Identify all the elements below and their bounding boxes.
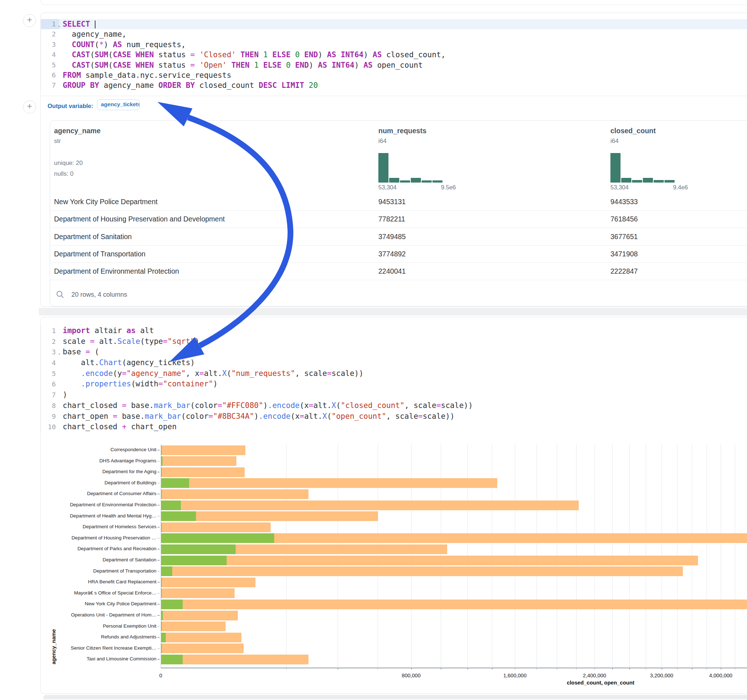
code-line[interactable]: 10chart_closed + chart_open bbox=[41, 422, 747, 433]
histogram-bar bbox=[632, 180, 642, 183]
code-line[interactable]: 1import altair as alt bbox=[41, 326, 747, 336]
y-axis-tick bbox=[157, 571, 160, 572]
search-icon[interactable] bbox=[56, 290, 65, 299]
y-axis-tick bbox=[157, 494, 160, 494]
open-bar bbox=[161, 456, 163, 466]
code-line[interactable]: 7GROUP BY agency_name ORDER BY closed_co… bbox=[41, 80, 747, 91]
result-table-card: agency_name str unique: 20 nulls: 0 num_… bbox=[50, 120, 747, 306]
code-line[interactable]: 5 .encode(y="agency_name", x=alt.X("num_… bbox=[41, 368, 747, 379]
num-requests-histogram bbox=[378, 153, 443, 183]
closed-count-histogram bbox=[611, 153, 675, 183]
code-line[interactable]: 3⌄base = ( bbox=[41, 347, 747, 358]
y-axis-tick bbox=[157, 472, 160, 472]
line-number: 6 bbox=[41, 379, 59, 389]
histogram-bar bbox=[654, 180, 664, 183]
code-line[interactable]: 1⌄SELECT bbox=[41, 19, 747, 29]
open-bar bbox=[161, 611, 163, 620]
y-axis-tick bbox=[157, 648, 160, 649]
cell-gap bbox=[39, 308, 747, 315]
y-axis-label: Mayorâ€ s Office of Special Enforce… bbox=[48, 590, 156, 596]
code-line[interactable]: 9chart_open = base.mark_bar(color="#8BC3… bbox=[41, 411, 747, 422]
closed-bar bbox=[161, 633, 242, 643]
closed-bar bbox=[161, 611, 238, 620]
fold-chevron-icon[interactable]: ⌄ bbox=[58, 348, 60, 359]
code-line[interactable]: 2scale = alt.Scale(type="sqrt") bbox=[41, 336, 747, 347]
sql-editor[interactable]: 1⌄SELECT 2 agency_name,3 COUNT(*) AS num… bbox=[41, 19, 747, 91]
code-line[interactable]: 6FROM sample_data.nyc.service_requests bbox=[41, 70, 747, 80]
line-number: 9 bbox=[41, 411, 59, 422]
table-row[interactable]: Department of Housing Preservation and D… bbox=[50, 210, 747, 228]
y-axis-label: Refunds and Adjustments bbox=[48, 634, 156, 640]
closed-bar bbox=[161, 655, 308, 664]
fold-chevron-icon[interactable]: ⌄ bbox=[58, 20, 60, 30]
table-row[interactable]: New York City Police Department945313194… bbox=[50, 193, 747, 210]
code-line[interactable]: 4 CAST(SUM(CASE WHEN status = 'Closed' T… bbox=[41, 50, 747, 60]
line-number: 8 bbox=[41, 400, 59, 411]
hist-min-label: 53,304 bbox=[611, 184, 628, 191]
closed-bar bbox=[161, 588, 234, 598]
closed-bar bbox=[161, 456, 236, 466]
code-line[interactable]: 6 .properties(width="container") bbox=[41, 379, 747, 389]
hist-max-label: 9.5e6 bbox=[441, 184, 456, 191]
open-bar bbox=[161, 588, 162, 598]
output-variable-pill[interactable]: agency_tickets bbox=[97, 100, 140, 110]
histogram-bar bbox=[432, 180, 443, 183]
y-axis-tick bbox=[157, 538, 160, 539]
table-row[interactable]: Department of Transportation377489234719… bbox=[50, 245, 747, 262]
y-axis-label: New York City Police Department bbox=[48, 601, 156, 606]
code-line[interactable]: 8chart_closed = base.mark_bar(color="#FF… bbox=[41, 400, 747, 411]
table-cell: 3774892 bbox=[378, 250, 406, 258]
code-line[interactable]: 2 agency_name, bbox=[41, 29, 747, 39]
histogram-bar bbox=[643, 178, 653, 183]
add-cell-button-output[interactable]: + bbox=[23, 101, 36, 113]
sql-cell-card: 1⌄SELECT 2 agency_name,3 COUNT(*) AS num… bbox=[40, 13, 747, 307]
y-axis-label: Department of Housing Preservation … bbox=[48, 535, 156, 540]
code-line[interactable]: 4 alt.Chart(agency_tickets) bbox=[41, 358, 747, 368]
column-type: i64 bbox=[611, 137, 619, 145]
column-header-closed-count[interactable]: closed_count bbox=[611, 127, 656, 135]
python-editor[interactable]: 1import altair as alt2scale = alt.Scale(… bbox=[41, 326, 747, 433]
line-number: 10 bbox=[41, 422, 59, 433]
code-line[interactable]: 5 CAST(SUM(CASE WHEN status = 'Open' THE… bbox=[41, 60, 747, 70]
column-stat-nulls: nulls: 0 bbox=[54, 170, 74, 178]
table-row[interactable]: Department of Sanitation37494853677651 bbox=[50, 228, 747, 245]
closed-bar bbox=[161, 622, 225, 631]
y-axis-tick bbox=[157, 593, 160, 594]
x-axis-title: closed_count, open_count bbox=[567, 680, 634, 686]
table-row[interactable]: Department of Environmental Protection22… bbox=[50, 262, 747, 280]
open-bar bbox=[161, 468, 162, 477]
column-type: str bbox=[54, 137, 61, 145]
column-stat-unique: unique: 20 bbox=[54, 160, 83, 167]
y-axis-line bbox=[161, 444, 161, 668]
table-cell: Department of Transportation bbox=[54, 250, 145, 258]
x-axis-label: 4,000,000 bbox=[709, 673, 733, 678]
column-header-agency-name[interactable]: agency_name bbox=[54, 127, 101, 135]
open-bar bbox=[161, 578, 162, 587]
y-axis-tick bbox=[157, 549, 160, 549]
table-cell: 2240041 bbox=[378, 267, 406, 276]
line-number: 4 bbox=[41, 358, 59, 368]
line-number: 2 bbox=[41, 336, 59, 347]
y-axis-tick bbox=[157, 626, 160, 627]
altair-chart: agency_name Correspondence UnitDHS Advan… bbox=[41, 444, 747, 689]
y-axis-label: Department of Consumer Affairs bbox=[48, 491, 156, 496]
y-axis-label: Correspondence Unit bbox=[48, 447, 156, 452]
open-bar bbox=[161, 633, 166, 643]
table-cell: 9443533 bbox=[611, 198, 638, 206]
table-cell: 3749485 bbox=[378, 232, 406, 241]
notebook-page: + + 1⌄SELECT 2 agency_name,3 COUNT(*) AS… bbox=[0, 0, 747, 700]
y-axis-label: DHS Advantage Programs bbox=[48, 458, 156, 463]
line-number: 1 bbox=[41, 326, 59, 336]
line-number: 7 bbox=[41, 389, 59, 400]
code-line[interactable]: 3 COUNT(*) AS num_requests, bbox=[41, 39, 747, 50]
code-line[interactable]: 7) bbox=[41, 389, 747, 400]
y-axis-label: Senior Citizen Rent Increase Exempti… bbox=[48, 645, 156, 651]
python-cell-card: 1import altair as alt2scale = alt.Scale(… bbox=[40, 317, 747, 694]
add-cell-button-top[interactable]: + bbox=[23, 14, 36, 27]
y-axis-label: Department of Homeless Services bbox=[48, 524, 156, 530]
y-axis-tick bbox=[157, 505, 160, 505]
table-cell: Department of Environmental Protection bbox=[54, 267, 179, 276]
column-header-num-requests[interactable]: num_requests bbox=[378, 127, 426, 135]
line-number: 4 bbox=[41, 50, 59, 60]
previous-cell-edge bbox=[41, 0, 747, 5]
